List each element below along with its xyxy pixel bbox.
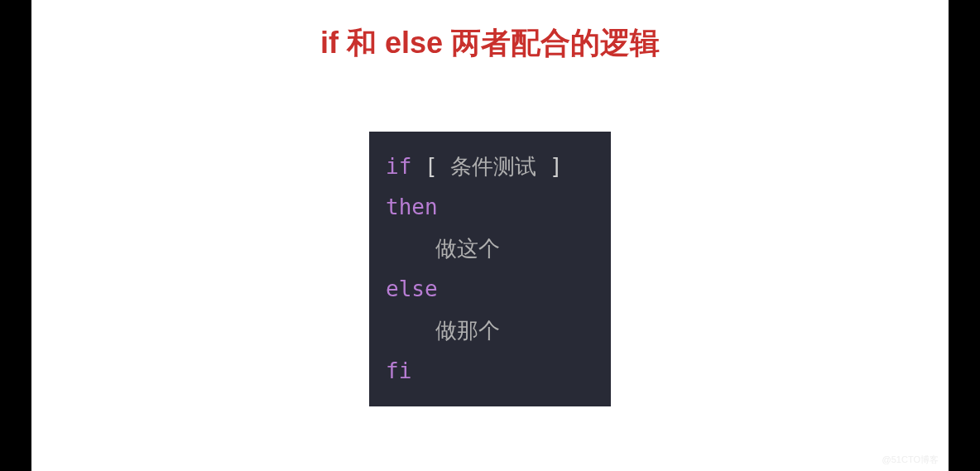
do-this-text: 做这个 xyxy=(435,236,500,261)
keyword-else: else xyxy=(386,276,438,301)
slide-content: if 和 else 两者配合的逻辑 if [ 条件测试 ] then 做这个 e… xyxy=(31,0,949,471)
code-line-do-this: 做这个 xyxy=(386,228,594,269)
code-line-if: if [ 条件测试 ] xyxy=(386,147,594,187)
condition-text: 条件测试 xyxy=(450,154,536,179)
keyword-if: if xyxy=(386,154,411,179)
bracket-close: ] xyxy=(536,154,562,179)
code-line-do-that: 做那个 xyxy=(386,310,594,351)
left-black-bar xyxy=(0,0,31,471)
keyword-then: then xyxy=(386,195,438,219)
keyword-fi: fi xyxy=(386,358,411,383)
code-line-else: else xyxy=(386,269,594,310)
code-line-fi: fi xyxy=(386,351,594,392)
bracket-open: [ xyxy=(411,154,450,179)
watermark: @51CTO博客 xyxy=(882,454,939,466)
do-that-text: 做那个 xyxy=(435,318,500,343)
slide-title: if 和 else 两者配合的逻辑 xyxy=(320,23,660,64)
code-block: if [ 条件测试 ] then 做这个 else 做那个 fi xyxy=(369,132,611,406)
code-line-then: then xyxy=(386,187,594,228)
right-black-bar xyxy=(949,0,980,471)
